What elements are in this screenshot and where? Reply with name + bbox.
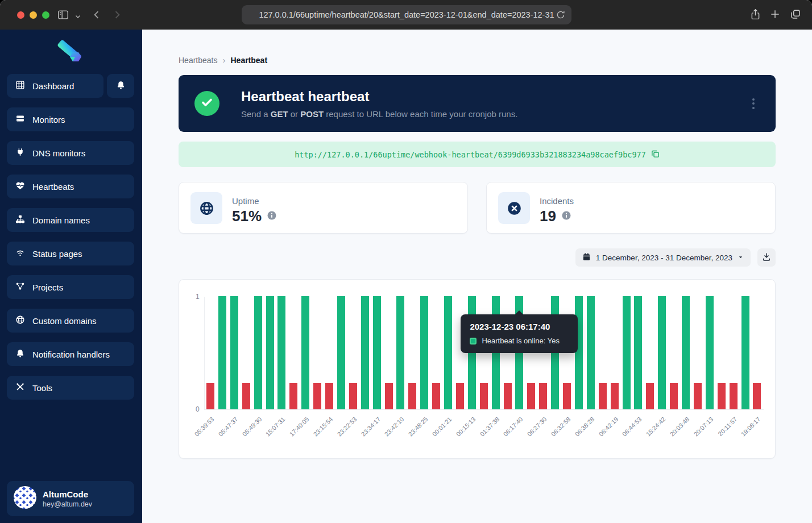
sitemap-icon <box>15 214 25 226</box>
webhook-url-bar[interactable]: http://127.0.0.1/66uptime/webhook-heartb… <box>179 142 776 167</box>
tab-overview-icon[interactable] <box>789 8 802 23</box>
circle-x-icon <box>498 192 530 224</box>
page-subtitle: Send a GET or POST request to URL below … <box>241 109 517 119</box>
heartbeat-bar[interactable] <box>313 383 321 409</box>
heartbeat-bar[interactable] <box>301 296 309 409</box>
heartbeat-bar[interactable] <box>206 383 214 409</box>
heartbeat-bar[interactable] <box>599 383 607 409</box>
sidebar-toggle-icon[interactable] <box>57 9 69 23</box>
heartbeat-bar[interactable] <box>444 296 452 409</box>
sidebar-item-projects[interactable]: Projects <box>7 275 134 299</box>
breadcrumb-heartbeats-link[interactable]: Heartbeats <box>179 56 217 65</box>
close-window-button[interactable] <box>17 11 24 19</box>
heartbeat-bar[interactable] <box>218 296 226 409</box>
sidebar-item-status-pages[interactable]: Status pages <box>7 242 134 265</box>
heartbeat-bar[interactable] <box>504 383 512 409</box>
user-account-card[interactable]: AltumCode hey@altum.dev <box>7 481 134 516</box>
date-range-picker[interactable]: 1 December, 2023 - 31 December, 2023 <box>575 248 751 267</box>
info-icon[interactable] <box>267 210 277 223</box>
heartbeat-bar[interactable] <box>408 383 416 409</box>
heartbeat-bar[interactable] <box>480 383 488 409</box>
sidebar-item-monitors[interactable]: Monitors <box>7 107 134 131</box>
heartbeat-bar[interactable] <box>623 296 631 409</box>
new-tab-icon[interactable] <box>769 9 781 22</box>
incidents-value: 19 <box>540 207 556 225</box>
sidebar-item-custom-domains[interactable]: Custom domains <box>7 309 134 333</box>
y-tick-label: 1 <box>196 293 200 301</box>
heartbeat-bar[interactable] <box>432 383 440 409</box>
uptime-label: Uptime <box>232 196 259 206</box>
heartbeat-chart-card: 1 0 05:39:5305:47:3705:49:3015:07:3117:4… <box>179 279 776 459</box>
heartbeat-bar[interactable] <box>361 296 369 409</box>
heartbeat-bar[interactable] <box>563 383 571 409</box>
chevron-down-icon[interactable] <box>74 12 81 22</box>
heartbeat-bar[interactable] <box>325 383 333 409</box>
breadcrumb-current: Heartbeat <box>230 56 267 65</box>
heartbeat-bar[interactable] <box>575 296 583 409</box>
app-logo[interactable] <box>0 30 142 74</box>
heartbeat-bar[interactable] <box>658 296 666 409</box>
kebab-menu-icon[interactable] <box>748 93 759 114</box>
heartbeat-bar[interactable] <box>706 296 714 409</box>
heartbeat-bar[interactable] <box>539 383 547 409</box>
heartbeat-bar[interactable] <box>420 296 428 409</box>
heartbeat-bar[interactable] <box>337 296 345 409</box>
sidebar-item-label: Domain names <box>32 215 90 225</box>
heartbeat-bar[interactable] <box>385 383 393 409</box>
refresh-icon[interactable] <box>556 10 566 22</box>
url-text: 127.0.0.1/66uptime/heartbeat/20&start_da… <box>259 10 554 19</box>
browser-toolbar: 127.0.0.1/66uptime/heartbeat/20&start_da… <box>0 0 812 30</box>
minimize-window-button[interactable] <box>30 11 37 19</box>
info-icon[interactable] <box>561 210 571 223</box>
zoom-window-button[interactable] <box>42 11 49 19</box>
user-name: AltumCode <box>43 489 92 500</box>
heartbeat-bar[interactable] <box>254 296 262 409</box>
share-icon[interactable] <box>749 8 761 23</box>
heartbeat-bar[interactable] <box>718 383 726 409</box>
heartbeat-bar[interactable] <box>730 383 738 409</box>
sidebar-item-dns-monitors[interactable]: DNS monitors <box>7 141 134 165</box>
forward-button[interactable] <box>111 9 123 23</box>
download-report-button[interactable] <box>757 248 776 267</box>
heartbeat-bar[interactable] <box>634 296 642 409</box>
back-button[interactable] <box>91 9 102 23</box>
notifications-bell-button[interactable] <box>107 74 134 98</box>
heartbeat-bar[interactable] <box>266 296 274 409</box>
heartbeat-bar[interactable] <box>289 383 297 409</box>
heartbeat-bar[interactable] <box>527 383 535 409</box>
heartbeat-bar[interactable] <box>670 383 678 409</box>
address-bar[interactable]: 127.0.0.1/66uptime/heartbeat/20&start_da… <box>242 5 571 24</box>
sidebar-item-notification-handlers[interactable]: Notification handlers <box>7 342 134 366</box>
sidebar-item-label: Monitors <box>32 115 65 124</box>
tooltip-text: Heartbeat is online: Yes <box>482 337 560 345</box>
breadcrumb: Heartbeats › Heartbeat <box>179 55 267 65</box>
heartbeat-bar[interactable] <box>611 383 619 409</box>
heartbeat-bar[interactable] <box>682 296 690 409</box>
heartbeat-bar[interactable] <box>242 383 250 409</box>
y-tick-label: 0 <box>196 405 200 413</box>
heartbeat-bar[interactable] <box>456 383 464 409</box>
plug-icon <box>15 147 25 159</box>
heartbeat-bar[interactable] <box>349 383 357 409</box>
sidebar-item-dashboard[interactable]: Dashboard <box>7 74 103 98</box>
sidebar-item-label: DNS monitors <box>32 148 85 158</box>
heartbeat-bar[interactable] <box>646 383 654 409</box>
heartbeat-bar[interactable] <box>694 383 702 409</box>
chart-tooltip: 2023-12-23 06:17:40 Heartbeat is online:… <box>461 314 578 353</box>
date-range-label: 1 December, 2023 - 31 December, 2023 <box>596 254 732 262</box>
heartbeat-bar[interactable] <box>373 296 381 409</box>
sidebar-item-domain-names[interactable]: Domain names <box>7 208 134 232</box>
heartbeat-bar[interactable] <box>741 296 749 409</box>
heartbeat-bar[interactable] <box>277 296 285 409</box>
browser-window: 127.0.0.1/66uptime/heartbeat/20&start_da… <box>0 0 812 523</box>
sidebar-item-heartbeats[interactable]: Heartbeats <box>7 175 134 198</box>
incidents-label: Incidents <box>540 196 574 206</box>
heartbeat-bar[interactable] <box>396 296 404 409</box>
copy-icon[interactable] <box>651 150 660 160</box>
heartbeat-bar[interactable] <box>587 296 595 409</box>
caret-down-icon <box>738 254 744 262</box>
status-online-badge <box>194 91 219 116</box>
sidebar-item-tools[interactable]: Tools <box>7 376 134 400</box>
heartbeat-bar[interactable] <box>753 383 761 409</box>
heartbeat-bar[interactable] <box>230 296 238 409</box>
